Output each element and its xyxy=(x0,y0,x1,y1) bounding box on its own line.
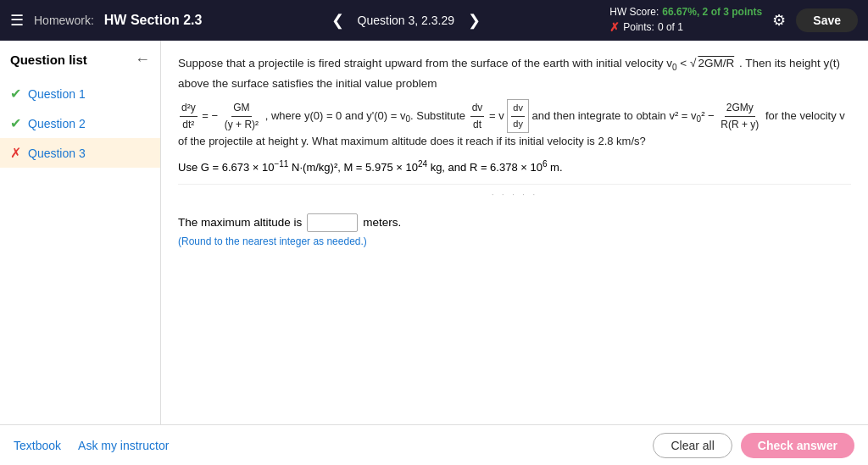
save-button[interactable]: Save xyxy=(796,8,858,32)
answer-input[interactable] xyxy=(307,213,358,232)
header: ☰ Homework: HW Section 2.3 ❮ Question 3,… xyxy=(0,0,868,41)
hw-title: HW Section 2.3 xyxy=(104,13,203,28)
score-value: 66.67%, 2 of 3 points xyxy=(662,5,762,19)
sqrt-formula: √2GM/R xyxy=(690,57,739,69)
sidebar-title: Question list xyxy=(10,53,87,67)
sidebar: Question list ← ✔ Question 1 ✔ Question … xyxy=(0,41,161,465)
sidebar-item-q2[interactable]: ✔ Question 2 xyxy=(0,108,160,138)
points-value: 0 of 1 xyxy=(658,20,683,35)
sidebar-q2-label: Question 2 xyxy=(28,117,86,130)
question-body: Suppose that a projectile is fired strai… xyxy=(161,41,868,425)
hw-score: HW Score: 66.67%, 2 of 3 points ✗ Points… xyxy=(609,5,762,36)
answer-unit: meters. xyxy=(363,213,401,232)
settings-button[interactable]: ⚙ xyxy=(772,11,786,30)
next-question-button[interactable]: ❯ xyxy=(461,8,487,33)
bottom-right: Clear all Check answer xyxy=(653,433,854,458)
sidebar-q3-label: Question 3 xyxy=(28,147,86,160)
check-icon-q2: ✔ xyxy=(10,115,21,131)
error-icon: ✗ xyxy=(609,19,620,36)
error-icon-q3: ✗ xyxy=(10,145,21,161)
round-note: (Round to the nearest integer as needed.… xyxy=(178,234,851,250)
question-intro: Suppose that a projectile is fired strai… xyxy=(178,54,851,92)
answer-prefix: The maximum altitude is xyxy=(178,213,302,232)
content-area: Suppose that a projectile is fired strai… xyxy=(161,41,868,465)
sidebar-header: Question list ← xyxy=(0,51,160,79)
check-answer-button[interactable]: Check answer xyxy=(741,433,854,458)
points-label: Points: xyxy=(623,20,654,35)
menu-icon[interactable]: ☰ xyxy=(10,11,24,30)
question-label: Question 3, 2.3.29 xyxy=(358,14,454,27)
score-label: HW Score: xyxy=(609,5,659,19)
sidebar-item-q3[interactable]: ✗ Question 3 xyxy=(0,138,160,168)
ode-equation: d²y dt² = − GM (y + R)² , where y(0) = 0… xyxy=(178,99,851,151)
answer-row: The maximum altitude is meters. xyxy=(178,213,851,232)
check-icon-q1: ✔ xyxy=(10,86,21,102)
clear-all-button[interactable]: Clear all xyxy=(653,433,732,458)
homework-label: Homework: xyxy=(34,14,94,27)
ask-instructor-button[interactable]: Ask my instructor xyxy=(78,439,169,452)
sidebar-item-q1[interactable]: ✔ Question 1 xyxy=(0,79,160,108)
textbook-button[interactable]: Textbook xyxy=(14,439,61,452)
question-nav: ❮ Question 3, 2.3.29 ❯ xyxy=(212,8,599,33)
prev-question-button[interactable]: ❮ xyxy=(325,8,351,33)
header-right: HW Score: 66.67%, 2 of 3 points ✗ Points… xyxy=(609,5,858,36)
sidebar-back-button[interactable]: ← xyxy=(135,51,150,69)
given-values: Use G = 6.673 × 10−11 N·(m/kg)², M = 5.9… xyxy=(178,158,851,177)
sidebar-q1-label: Question 1 xyxy=(28,87,86,101)
bottom-bar: Textbook Ask my instructor Clear all Che… xyxy=(0,424,868,465)
main-layout: Question list ← ✔ Question 1 ✔ Question … xyxy=(0,41,868,465)
